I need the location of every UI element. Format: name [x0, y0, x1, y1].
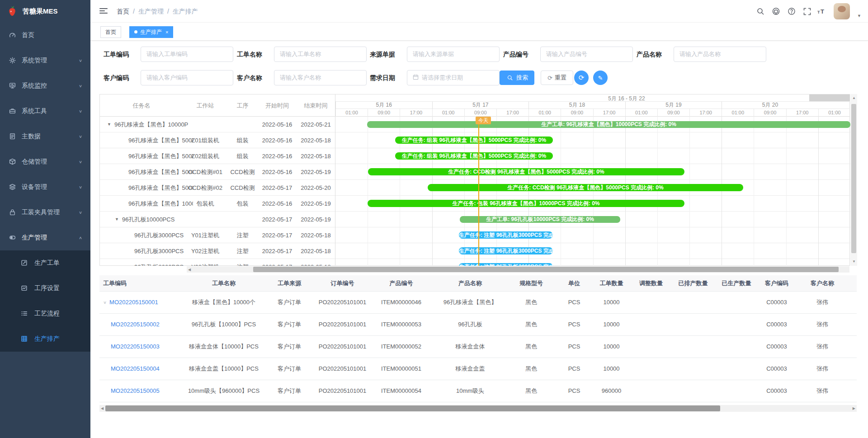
table-horizontal-scrollbar[interactable]: ◀ ▶	[99, 405, 857, 412]
filter-input-产品编号[interactable]: 请输入产品编号	[540, 47, 633, 62]
table-cell: 202	[849, 358, 857, 380]
tab-close-icon[interactable]: ×	[165, 29, 168, 35]
sidebar-subitem-process-flow[interactable]: 工艺流程	[0, 301, 90, 326]
caret-down-icon[interactable]: ▼	[857, 14, 861, 18]
sidebar-item-system-monitor[interactable]: 系统监控∨	[0, 73, 90, 99]
help-icon[interactable]	[786, 6, 797, 17]
filter-input-工单名称[interactable]: 请输入工单名称	[274, 47, 367, 62]
tab-首页[interactable]: 首页	[100, 26, 121, 38]
gantt-task-bar[interactable]: 生产任务: 组装 96孔移液盒【黑色】5000PCS 完成比例: 0%	[395, 137, 553, 144]
tab-生产排产[interactable]: 生产排产×	[129, 26, 173, 38]
github-icon[interactable]	[770, 6, 781, 17]
work-order-link[interactable]: MO202205150001	[109, 299, 158, 306]
expand-triangle-icon[interactable]: ▼	[107, 117, 111, 132]
gantt-task-bar[interactable]: 生产任务: 注塑 96孔孔板3000PCS 完成	[459, 263, 553, 266]
task-end-time: 2022-05-18	[297, 243, 335, 259]
filter-input-来源单据[interactable]: 请输入来源单据	[407, 47, 500, 62]
font-size-icon[interactable]: TT	[816, 6, 827, 17]
sidebar-subitem-process-setting[interactable]: 工序设置	[0, 276, 90, 301]
table-cell	[631, 380, 671, 402]
scroll-left-icon[interactable]: ◀	[101, 406, 104, 410]
breadcrumb-item[interactable]: 首页	[117, 8, 129, 15]
breadcrumb-item[interactable]: 生产管理	[138, 8, 164, 15]
sidebar-item-equipment-mgmt[interactable]: 设备管理∨	[0, 174, 90, 200]
edit-button[interactable]: ✎	[593, 71, 608, 85]
table-cell: PCS	[556, 336, 592, 358]
task-station: Y03注塑机	[183, 259, 227, 266]
sidebar-item-warehouse-mgmt[interactable]: 仓储管理∨	[0, 149, 90, 174]
task-process: 注塑	[227, 227, 258, 243]
gantt-task-bar[interactable]: 生产任务: 组装 96孔移液盒【黑色】5000PCS 完成比例: 0%	[395, 152, 553, 160]
gantt-task-bar[interactable]: 生产任务: CCD检测 96孔移液盒【黑色】5000PCS 完成比例: 0%	[428, 184, 743, 191]
gantt-body: ▼96孔移液盒【黑色】10000P2022-05-162022-05-2196孔…	[100, 117, 850, 266]
gantt-hour-row: 01:0009:0017:0001:0009:0017:0001:0009:00…	[335, 109, 850, 117]
sidebar-toggle-icon[interactable]	[99, 7, 108, 15]
sidebar-item-production-mgmt[interactable]: 生产管理∧	[0, 225, 90, 250]
gantt-vertical-scrollbar[interactable]: ▲ ▼	[850, 94, 857, 266]
sidebar-item-label: 系统管理	[22, 57, 47, 65]
expand-triangle-icon[interactable]: ▼	[115, 212, 119, 227]
gantt-workorder-bar[interactable]: 生产工单: 96孔移液盒【黑色】10000PCS 完成比例: 0%	[367, 121, 850, 128]
gantt-workorder-bar[interactable]: 生产工单: 96孔孔板10000PCS 完成比例: 0%	[460, 216, 620, 223]
sidebar-subitem-production-schedule[interactable]: 生产排产	[0, 326, 90, 352]
gantt-gridline	[754, 117, 754, 266]
gantt-gridline	[561, 117, 561, 266]
gantt-task-bar[interactable]: 生产任务: 包装 96孔移液盒【黑色】10000PCS 完成比例: 0%	[368, 200, 684, 207]
scroll-down-icon[interactable]: ▼	[852, 259, 856, 264]
gantt-gridline	[689, 117, 690, 266]
filter-input-客户编码[interactable]: 请输入客户编码	[141, 70, 233, 85]
sidebar-item-home[interactable]: 首页	[0, 23, 90, 48]
gantt-horizontal-scrollbar[interactable]: ◀	[187, 266, 849, 273]
table-column-单位: 单位	[556, 275, 592, 291]
search-icon[interactable]	[755, 6, 766, 17]
sidebar-item-system-tools[interactable]: 系统工具∨	[0, 99, 90, 124]
monitor-icon	[9, 82, 16, 89]
table-row: MO20220515000510mm吸头【960000】PCS客户订单PO202…	[99, 380, 857, 402]
avatar[interactable]	[834, 3, 850, 19]
filter-input-客户名称[interactable]: 请输入客户名称	[274, 70, 367, 85]
table-body: ∨MO202205150001移液盒【黑色】10000个客户订单PO202205…	[99, 292, 857, 402]
work-order-link[interactable]: MO202205150003	[111, 343, 160, 350]
chevron-down-icon[interactable]: ∨	[103, 294, 107, 311]
work-order-link[interactable]: MO202205150005	[111, 387, 160, 394]
reset-button[interactable]: ⟳重置	[541, 71, 573, 85]
gantt-hour-label: 17:00	[593, 109, 625, 117]
placeholder-text: 请输入产品名称	[679, 51, 721, 57]
sidebar-item-label: 生产管理	[22, 234, 47, 242]
sidebar-item-fixture-mgmt[interactable]: 工装夹具管理∨	[0, 200, 90, 225]
scroll-left-icon[interactable]: ◀	[188, 268, 191, 272]
task-start-time: 2022-05-17	[258, 212, 297, 227]
filter-label-产品名称: 产品名称	[637, 47, 662, 62]
gantt-timeline-header: 5月 16 - 5月 22 5月 165月 175月 185月 195月 20 …	[335, 94, 850, 117]
sidebar-item-label: 主数据	[22, 132, 41, 141]
sidebar-item-system-mgmt[interactable]: 系统管理∨	[0, 48, 90, 73]
scroll-up-icon[interactable]: ▲	[852, 96, 856, 100]
filter-input-产品名称[interactable]: 请输入产品名称	[674, 47, 766, 62]
gantt-hscroll-thumb[interactable]	[253, 267, 839, 272]
table-cell: PO202205101001	[316, 380, 368, 402]
table-hscroll-thumb[interactable]	[105, 405, 720, 411]
table-cell: 移液盒盒体	[434, 336, 506, 358]
table-cell: 黑色	[506, 292, 556, 313]
gantt-task-bar[interactable]: 生产任务: CCD检测 96孔移液盒【黑色】5000PCS 完成比例: 0%	[368, 168, 684, 175]
app-logo[interactable]: 苦糖果MES	[0, 0, 90, 23]
table-cell	[671, 336, 715, 358]
work-order-link[interactable]: MO202205150004	[111, 365, 160, 372]
work-order-link[interactable]: MO202205150002	[111, 321, 160, 328]
filter-input-需求日期[interactable]: 请选择需求日期	[407, 70, 500, 85]
search-button[interactable]: 搜索	[500, 71, 534, 85]
gantt-task-bar[interactable]: 生产任务: 注塑 96孔孔板3000PCS 完成	[459, 231, 553, 239]
filter-input-工单编码[interactable]: 请输入工单编码	[141, 47, 233, 62]
fullscreen-icon[interactable]	[802, 6, 812, 17]
gantt-vscroll-thumb[interactable]	[851, 104, 856, 253]
table-cell	[715, 336, 758, 358]
work-order-code-cell: ∨MO202205150001	[99, 292, 185, 313]
scroll-right-icon[interactable]: ▶	[853, 406, 855, 410]
sidebar-item-master-data[interactable]: 主数据∨	[0, 124, 90, 149]
table-cell: 96孔移液盒【黑色】	[434, 292, 506, 313]
task-process: 注塑	[227, 259, 258, 266]
gantt-task-bar[interactable]: 生产任务: 注塑 96孔孔板3000PCS 完成	[459, 247, 553, 254]
refresh-gantt-button[interactable]: ⟳	[574, 71, 589, 85]
table-cell: PO202205101001	[316, 336, 368, 358]
sidebar-subitem-production-order[interactable]: 生产工单	[0, 250, 90, 276]
